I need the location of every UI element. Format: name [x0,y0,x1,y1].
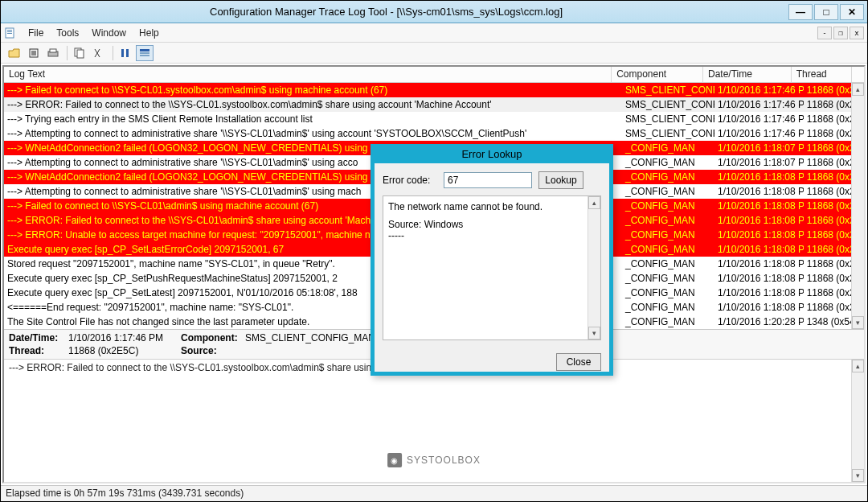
component-cell: SMS_CLIENT_CONFIG_MAN [622,83,714,97]
detail-thr-label: Thread: [9,345,68,356]
component-cell: _CONFIG_MAN [622,184,714,199]
error-lookup-dialog: Error Lookup Error code: Lookup The netw… [371,144,613,376]
log-row[interactable]: ---> Attempting to connect to administra… [4,126,864,141]
dialog-scroll-up-icon[interactable]: ▴ [588,196,600,209]
msg-scroll-up-icon[interactable]: ▴ [852,360,864,372]
error-line-2: Source: Windows [388,219,596,230]
detail-src-label: Source: [181,345,245,356]
error-code-label: Error code: [383,175,437,186]
col-component[interactable]: Component [612,67,703,82]
datetime-cell: 1/10/2016 1:18:08 PM [714,286,804,300]
detail-thr-value: 11868 (0x2E5C) [68,345,181,356]
app-icon [4,27,17,39]
component-cell: _CONFIG_MAN [622,141,714,155]
window-title: Configuration Manager Trace Log Tool - [… [210,6,788,18]
log-row[interactable]: ---> Trying each entry in the SMS Client… [4,112,864,126]
close-dialog-button[interactable]: Close [556,353,601,371]
component-cell: _CONFIG_MAN [622,300,714,315]
open-icon[interactable] [6,45,23,61]
copy-icon[interactable] [71,45,88,61]
pause-icon[interactable] [117,45,134,61]
svg-rect-13 [140,52,149,54]
component-cell: _CONFIG_MAN [622,271,714,286]
svg-rect-10 [121,49,124,57]
dialog-scroll-down-icon[interactable]: ▾ [588,327,600,339]
error-code-input[interactable] [444,172,532,188]
log-text-cell: ---> Failed to connect to \\SYS-CL01.sys… [4,83,622,97]
col-thread[interactable]: Thread [792,67,852,82]
status-text: Elapsed time is 0h 57m 19s 731ms (3439.7… [6,488,244,499]
minimize-button[interactable]: — [788,4,813,20]
svg-rect-2 [7,31,12,32]
detail-dt-value: 1/10/2016 1:17:46 PM [68,332,181,344]
datetime-cell: 1/10/2016 1:18:08 PM [714,271,804,286]
toolbar [1,43,867,64]
dialog-scrollbar[interactable]: ▴ ▾ [588,196,600,339]
refresh-icon[interactable] [25,45,43,61]
menu-window[interactable]: Window [85,26,133,40]
col-log-text[interactable]: Log Text [4,67,612,82]
datetime-cell: 1/10/2016 1:20:28 PM [714,315,804,329]
error-line-1: The network name cannot be found. [388,201,596,212]
datetime-cell: 1/10/2016 1:18:08 PM [714,257,804,271]
detail-dt-label: Date/Time: [9,332,68,344]
mdi-restore-button[interactable]: ❐ [833,27,848,39]
menu-file[interactable]: File [22,26,50,40]
menu-help[interactable]: Help [133,26,166,40]
datetime-cell: 1/10/2016 1:17:46 PM [714,97,804,112]
component-cell: _CONFIG_MAN [622,228,714,242]
datetime-cell: 1/10/2016 1:18:08 PM [714,242,804,257]
component-cell: _CONFIG_MAN [622,155,714,170]
close-button[interactable]: ✕ [840,4,864,20]
component-cell: _CONFIG_MAN [622,286,714,300]
empty-area: ▾ ◉ SYSTOOLBOX [4,376,864,482]
component-cell: SMS_CLIENT_CONFIG_MAN [622,126,714,141]
mdi-close-button[interactable]: x [850,27,864,39]
error-line-3: ----- [388,230,596,241]
component-cell: _CONFIG_MAN [622,242,714,257]
menu-tools[interactable]: Tools [50,26,85,40]
status-bar: Elapsed time is 0h 57m 19s 731ms (3439.7… [1,485,867,501]
error-description-box: The network name cannot be found. Source… [383,195,601,340]
datetime-cell: 1/10/2016 1:18:08 PM [714,170,804,184]
title-bar: Configuration Manager Trace Log Tool - [… [1,1,867,23]
vertical-scrollbar[interactable]: ▴ ▾ [851,83,864,329]
svg-rect-9 [77,50,84,58]
log-row[interactable]: ---> Failed to connect to \\SYS-CL01.sys… [4,83,864,97]
svg-rect-5 [31,51,36,56]
svg-rect-1 [7,30,12,31]
menu-bar: File Tools Window Help - ❐ x [1,23,867,43]
mdi-minimize-button[interactable]: - [817,27,832,39]
maximize-button[interactable]: □ [814,4,838,20]
lookup-button[interactable]: Lookup [538,171,583,189]
datetime-cell: 1/10/2016 1:17:46 PM [714,83,804,97]
scroll-down-icon[interactable]: ▾ [852,316,864,329]
print-icon[interactable] [44,45,62,61]
msg-scroll-down-icon[interactable]: ▾ [852,469,864,482]
svg-rect-12 [140,49,149,51]
log-row[interactable]: ---> ERROR: Failed to connect to the \\S… [4,97,864,112]
watermark: ◉ SYSTOOLBOX [387,453,481,467]
component-cell: _CONFIG_MAN [622,315,714,329]
datetime-cell: 1/10/2016 1:17:46 PM [714,126,804,141]
watermark-text: SYSTOOLBOX [407,455,481,466]
scroll-up-icon[interactable]: ▴ [852,83,864,96]
highlight-icon[interactable] [136,45,154,61]
component-cell: SMS_CLIENT_CONFIG_MAN [622,112,714,126]
datetime-cell: 1/10/2016 1:18:07 PM [714,141,804,155]
datetime-cell: 1/10/2016 1:18:08 PM [714,184,804,199]
find-icon[interactable] [90,45,108,61]
component-cell: _CONFIG_MAN [622,213,714,228]
detail-comp-label: Component: [181,332,245,344]
datetime-cell: 1/10/2016 1:18:08 PM [714,213,804,228]
component-cell: _CONFIG_MAN [622,257,714,271]
svg-rect-11 [126,49,129,57]
col-datetime[interactable]: Date/Time [703,67,792,82]
watermark-logo-icon: ◉ [387,453,402,467]
svg-rect-14 [140,55,149,56]
column-header: Log Text Component Date/Time Thread [4,67,864,83]
component-cell: _CONFIG_MAN [622,170,714,184]
log-text-cell: ---> ERROR: Failed to connect to the \\S… [4,97,622,112]
log-text-cell: ---> Trying each entry in the SMS Client… [4,112,622,126]
svg-rect-7 [50,49,56,52]
